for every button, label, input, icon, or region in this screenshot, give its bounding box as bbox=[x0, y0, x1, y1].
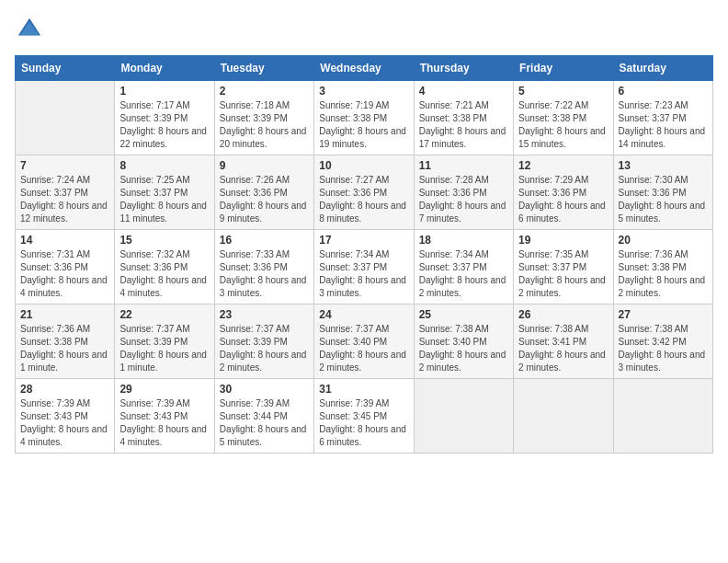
calendar-cell: 16Sunrise: 7:33 AMSunset: 3:36 PMDayligh… bbox=[214, 230, 313, 304]
calendar-cell: 18Sunrise: 7:34 AMSunset: 3:37 PMDayligh… bbox=[414, 230, 513, 304]
day-number: 6 bbox=[619, 85, 708, 98]
day-number: 27 bbox=[619, 308, 708, 321]
day-number: 15 bbox=[119, 234, 209, 247]
day-info: Sunrise: 7:36 AMSunset: 3:38 PMDaylight:… bbox=[20, 323, 109, 374]
day-info: Sunrise: 7:33 AMSunset: 3:36 PMDaylight:… bbox=[220, 248, 309, 300]
day-info: Sunrise: 7:21 AMSunset: 3:38 PMDaylight:… bbox=[419, 99, 508, 151]
day-number: 20 bbox=[619, 234, 708, 247]
calendar-cell: 3Sunrise: 7:19 AMSunset: 3:38 PMDaylight… bbox=[314, 81, 414, 155]
day-info: Sunrise: 7:18 AMSunset: 3:39 PMDaylight:… bbox=[220, 99, 309, 151]
day-info: Sunrise: 7:26 AMSunset: 3:36 PMDaylight:… bbox=[220, 174, 309, 225]
calendar-cell: 13Sunrise: 7:30 AMSunset: 3:36 PMDayligh… bbox=[613, 155, 712, 230]
day-info: Sunrise: 7:29 AMSunset: 3:36 PMDaylight:… bbox=[518, 174, 608, 225]
day-info: Sunrise: 7:39 AMSunset: 3:44 PMDaylight:… bbox=[220, 397, 309, 449]
day-number: 17 bbox=[319, 234, 408, 247]
day-number: 3 bbox=[319, 85, 408, 98]
day-info: Sunrise: 7:25 AMSunset: 3:37 PMDaylight:… bbox=[119, 174, 209, 225]
day-number: 23 bbox=[220, 308, 309, 321]
calendar-cell: 21Sunrise: 7:36 AMSunset: 3:38 PMDayligh… bbox=[16, 304, 115, 379]
day-number: 18 bbox=[419, 234, 508, 247]
day-number: 30 bbox=[220, 383, 309, 396]
day-info: Sunrise: 7:38 AMSunset: 3:42 PMDaylight:… bbox=[619, 323, 708, 374]
day-info: Sunrise: 7:32 AMSunset: 3:36 PMDaylight:… bbox=[119, 248, 209, 300]
calendar-cell: 30Sunrise: 7:39 AMSunset: 3:44 PMDayligh… bbox=[214, 379, 313, 454]
calendar-cell: 7Sunrise: 7:24 AMSunset: 3:37 PMDaylight… bbox=[16, 155, 115, 230]
calendar-cell: 27Sunrise: 7:38 AMSunset: 3:42 PMDayligh… bbox=[613, 304, 712, 379]
day-info: Sunrise: 7:34 AMSunset: 3:37 PMDaylight:… bbox=[419, 248, 508, 300]
day-info: Sunrise: 7:19 AMSunset: 3:38 PMDaylight:… bbox=[319, 99, 408, 151]
day-number: 28 bbox=[20, 383, 109, 396]
day-number: 13 bbox=[619, 159, 708, 172]
day-number: 2 bbox=[220, 85, 309, 98]
day-info: Sunrise: 7:22 AMSunset: 3:38 PMDaylight:… bbox=[518, 99, 608, 151]
calendar-cell: 1Sunrise: 7:17 AMSunset: 3:39 PMDaylight… bbox=[115, 81, 214, 155]
calendar-table: SundayMondayTuesdayWednesdayThursdayFrid… bbox=[15, 55, 713, 454]
day-info: Sunrise: 7:23 AMSunset: 3:37 PMDaylight:… bbox=[619, 99, 708, 151]
weekday-header-sunday: Sunday bbox=[16, 56, 115, 81]
day-number: 29 bbox=[119, 383, 209, 396]
weekday-header-monday: Monday bbox=[115, 56, 214, 81]
day-info: Sunrise: 7:38 AMSunset: 3:40 PMDaylight:… bbox=[419, 323, 508, 374]
day-info: Sunrise: 7:17 AMSunset: 3:39 PMDaylight:… bbox=[119, 99, 209, 151]
logo-icon bbox=[17, 15, 42, 40]
day-number: 1 bbox=[119, 85, 209, 98]
calendar-cell: 23Sunrise: 7:37 AMSunset: 3:39 PMDayligh… bbox=[214, 304, 313, 379]
calendar-cell: 14Sunrise: 7:31 AMSunset: 3:36 PMDayligh… bbox=[16, 230, 115, 304]
day-number: 26 bbox=[518, 308, 608, 321]
day-info: Sunrise: 7:39 AMSunset: 3:43 PMDaylight:… bbox=[20, 397, 109, 449]
day-info: Sunrise: 7:30 AMSunset: 3:36 PMDaylight:… bbox=[619, 174, 708, 225]
day-info: Sunrise: 7:37 AMSunset: 3:40 PMDaylight:… bbox=[319, 323, 408, 374]
calendar-week-row: 28Sunrise: 7:39 AMSunset: 3:43 PMDayligh… bbox=[16, 379, 713, 454]
day-info: Sunrise: 7:34 AMSunset: 3:37 PMDaylight:… bbox=[319, 248, 408, 300]
calendar-cell: 10Sunrise: 7:27 AMSunset: 3:36 PMDayligh… bbox=[314, 155, 414, 230]
day-info: Sunrise: 7:38 AMSunset: 3:41 PMDaylight:… bbox=[518, 323, 608, 374]
day-info: Sunrise: 7:24 AMSunset: 3:37 PMDaylight:… bbox=[20, 174, 109, 225]
weekday-header-friday: Friday bbox=[514, 56, 613, 81]
day-number: 19 bbox=[518, 234, 608, 247]
day-number: 7 bbox=[20, 159, 109, 172]
calendar-cell: 26Sunrise: 7:38 AMSunset: 3:41 PMDayligh… bbox=[514, 304, 613, 379]
calendar-cell bbox=[414, 379, 513, 454]
weekday-header-row: SundayMondayTuesdayWednesdayThursdayFrid… bbox=[16, 56, 713, 81]
day-info: Sunrise: 7:37 AMSunset: 3:39 PMDaylight:… bbox=[119, 323, 209, 374]
day-number: 14 bbox=[20, 234, 109, 247]
day-number: 24 bbox=[319, 308, 408, 321]
calendar-cell: 24Sunrise: 7:37 AMSunset: 3:40 PMDayligh… bbox=[314, 304, 414, 379]
calendar-cell: 15Sunrise: 7:32 AMSunset: 3:36 PMDayligh… bbox=[115, 230, 214, 304]
calendar-cell: 9Sunrise: 7:26 AMSunset: 3:36 PMDaylight… bbox=[214, 155, 313, 230]
day-number: 16 bbox=[220, 234, 309, 247]
calendar-cell: 25Sunrise: 7:38 AMSunset: 3:40 PMDayligh… bbox=[414, 304, 513, 379]
day-number: 31 bbox=[319, 383, 408, 396]
day-number: 25 bbox=[419, 308, 508, 321]
day-number: 21 bbox=[20, 308, 109, 321]
weekday-header-saturday: Saturday bbox=[613, 56, 712, 81]
weekday-header-thursday: Thursday bbox=[414, 56, 513, 81]
day-info: Sunrise: 7:39 AMSunset: 3:43 PMDaylight:… bbox=[119, 397, 209, 449]
calendar-cell: 17Sunrise: 7:34 AMSunset: 3:37 PMDayligh… bbox=[314, 230, 414, 304]
calendar-week-row: 7Sunrise: 7:24 AMSunset: 3:37 PMDaylight… bbox=[16, 155, 713, 230]
calendar-cell: 4Sunrise: 7:21 AMSunset: 3:38 PMDaylight… bbox=[414, 81, 513, 155]
calendar-cell: 6Sunrise: 7:23 AMSunset: 3:37 PMDaylight… bbox=[613, 81, 712, 155]
calendar-week-row: 21Sunrise: 7:36 AMSunset: 3:38 PMDayligh… bbox=[16, 304, 713, 379]
calendar-week-row: 14Sunrise: 7:31 AMSunset: 3:36 PMDayligh… bbox=[16, 230, 713, 304]
day-info: Sunrise: 7:31 AMSunset: 3:36 PMDaylight:… bbox=[20, 248, 109, 300]
calendar-cell: 5Sunrise: 7:22 AMSunset: 3:38 PMDaylight… bbox=[514, 81, 613, 155]
logo bbox=[15, 15, 46, 44]
calendar-cell bbox=[514, 379, 613, 454]
calendar-cell: 8Sunrise: 7:25 AMSunset: 3:37 PMDaylight… bbox=[115, 155, 214, 230]
day-number: 8 bbox=[119, 159, 209, 172]
day-number: 10 bbox=[319, 159, 408, 172]
day-info: Sunrise: 7:37 AMSunset: 3:39 PMDaylight:… bbox=[220, 323, 309, 374]
calendar-week-row: 1Sunrise: 7:17 AMSunset: 3:39 PMDaylight… bbox=[16, 81, 713, 155]
day-info: Sunrise: 7:39 AMSunset: 3:45 PMDaylight:… bbox=[319, 397, 408, 449]
calendar-cell: 31Sunrise: 7:39 AMSunset: 3:45 PMDayligh… bbox=[314, 379, 414, 454]
weekday-header-tuesday: Tuesday bbox=[214, 56, 313, 81]
calendar-cell: 22Sunrise: 7:37 AMSunset: 3:39 PMDayligh… bbox=[115, 304, 214, 379]
day-info: Sunrise: 7:27 AMSunset: 3:36 PMDaylight:… bbox=[319, 174, 408, 225]
day-info: Sunrise: 7:36 AMSunset: 3:38 PMDaylight:… bbox=[619, 248, 708, 300]
calendar-cell: 11Sunrise: 7:28 AMSunset: 3:36 PMDayligh… bbox=[414, 155, 513, 230]
day-info: Sunrise: 7:28 AMSunset: 3:36 PMDaylight:… bbox=[419, 174, 508, 225]
day-number: 22 bbox=[119, 308, 209, 321]
day-info: Sunrise: 7:35 AMSunset: 3:37 PMDaylight:… bbox=[518, 248, 608, 300]
calendar-cell: 29Sunrise: 7:39 AMSunset: 3:43 PMDayligh… bbox=[115, 379, 214, 454]
